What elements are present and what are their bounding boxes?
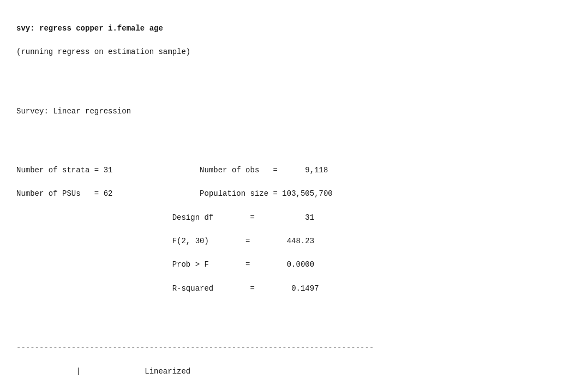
command-line2: (running regress on estimation sample): [16, 47, 190, 56]
stats-designdf: Design df = 31: [16, 213, 314, 222]
stats-strata: Number of strata = 31 Number of obs = 9,…: [16, 166, 328, 175]
stats-f: F(2, 30) = 448.23: [16, 237, 314, 245]
stats-psus: Number of PSUs = 62 Population size = 10…: [16, 189, 333, 198]
stata-output: svy: regress copper i.female age (runnin…: [16, 11, 572, 385]
stats-rsq: R-squared = 0.1497: [16, 284, 319, 293]
stats-prob: Prob > F = 0.0000: [16, 260, 314, 269]
survey-type: Survey: Linear regression: [16, 107, 131, 116]
table-header-linearized: | Linearized: [16, 367, 190, 376]
command-line1: svy: regress copper i.female age: [16, 24, 163, 33]
separator-top: ----------------------------------------…: [16, 343, 374, 352]
